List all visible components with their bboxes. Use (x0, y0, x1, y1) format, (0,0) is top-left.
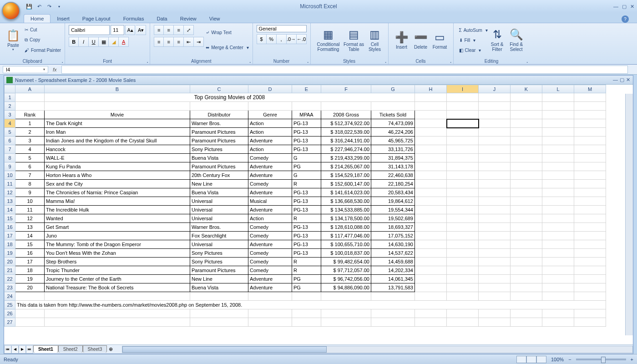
percent-button[interactable]: % (267, 34, 277, 44)
brush-icon: 🖌 (25, 48, 29, 53)
tab-insert[interactable]: Insert (51, 15, 76, 23)
minimize-icon[interactable]: — (613, 4, 618, 10)
wb-close-icon[interactable]: ✕ (626, 77, 630, 83)
office-button[interactable] (2, 2, 20, 20)
currency-button[interactable]: $ (257, 34, 267, 44)
formula-bar: I4 fx (0, 65, 637, 75)
autosum-button[interactable]: ΣAutoSum ▾ (459, 27, 488, 33)
wrap-text-button[interactable]: ⤶Wrap Text (206, 30, 248, 35)
save-icon[interactable]: 💾 (25, 2, 33, 10)
group-number: $ % , .0→ ←.0 Number (253, 23, 311, 64)
align-top-button[interactable]: ≡ (154, 25, 164, 35)
fill-button[interactable]: ⬇Fill ▾ (459, 37, 488, 43)
decrease-indent-button[interactable]: ⇤ (184, 37, 194, 47)
scissors-icon: ✂ (25, 27, 28, 32)
align-bottom-button[interactable]: ≡ (174, 25, 184, 35)
decrease-font-button[interactable]: A▾ (136, 25, 146, 35)
increase-indent-button[interactable]: ⇥ (194, 37, 204, 47)
sheet-nav-prev[interactable]: ◀ (11, 345, 19, 354)
tab-review[interactable]: Review (174, 15, 203, 23)
group-styles: ▦Conditional Formatting ▤Format as Table… (311, 23, 389, 64)
fx-icon[interactable]: fx (53, 67, 57, 72)
align-left-button[interactable]: ≡ (154, 37, 164, 47)
sheet-nav-last[interactable]: ⏭ (26, 345, 33, 354)
align-right-button[interactable]: ≡ (174, 37, 184, 47)
group-editing: ΣAutoSum ▾ ⬇Fill ▾ ◧Clear ▾ ⇅Sort & Filt… (454, 23, 530, 64)
insert-cells-button[interactable]: ➕Insert (392, 25, 411, 55)
sheet-nav-first[interactable]: ⏮ (4, 345, 11, 354)
eraser-icon: ◧ (459, 48, 463, 53)
format-cells-button[interactable]: ▭Format (430, 25, 450, 55)
insert-sheet-icon[interactable]: ⊕ (109, 346, 113, 352)
zoom-level[interactable]: 100% (551, 357, 564, 362)
bold-button[interactable]: B (69, 37, 79, 47)
grid-area[interactable]: ABCDEFGHIJKLM1Top Grossing Movies of 200… (4, 85, 633, 344)
undo-icon[interactable]: ↶ (35, 2, 43, 10)
paste-button[interactable]: 📋Paste▾ (4, 25, 23, 55)
zoom-slider[interactable] (576, 359, 626, 360)
wb-minimize-icon[interactable]: — (613, 77, 618, 83)
font-size-select[interactable] (111, 25, 124, 35)
underline-button[interactable]: U (89, 37, 99, 47)
copy-button[interactable]: ⧉Copy (25, 37, 61, 43)
cut-button[interactable]: ✂Cut (25, 27, 61, 33)
font-name-select[interactable] (69, 25, 110, 35)
tab-home[interactable]: Home (24, 14, 51, 23)
restore-icon[interactable]: ▢ (622, 4, 627, 10)
help-icon[interactable]: ? (622, 15, 629, 23)
horizontal-scrollbar[interactable] (122, 346, 633, 353)
merge-center-button[interactable]: ⬌Merge & Center ▾ (206, 45, 248, 51)
wrap-icon: ⤶ (206, 30, 209, 35)
view-normal-button[interactable] (516, 356, 526, 363)
tab-page-layout[interactable]: Page Layout (76, 15, 117, 23)
align-center-button[interactable]: ≡ (164, 37, 174, 47)
decrease-decimal-button[interactable]: ←.0 (297, 34, 307, 44)
comma-button[interactable]: , (277, 34, 287, 44)
tab-formulas[interactable]: Formulas (117, 15, 151, 23)
vertical-scrollbar[interactable] (625, 94, 633, 335)
zoom-in-button[interactable]: + (631, 357, 633, 362)
zoom-out-button[interactable]: − (568, 357, 571, 362)
group-font: A▴ A▾ B I U ▦ ◢ A Font (65, 23, 150, 64)
find-select-button[interactable]: 🔍Find & Select (507, 25, 526, 55)
format-painter-button[interactable]: 🖌Format Painter (25, 47, 61, 53)
format-as-table-button[interactable]: ▤Format as Table (343, 25, 365, 55)
cond-fmt-icon: ▦ (323, 28, 334, 41)
align-middle-button[interactable]: ≡ (164, 25, 174, 35)
redo-icon[interactable]: ↷ (45, 2, 53, 10)
delete-cells-button[interactable]: ➖Delete (411, 25, 430, 55)
ribbon: 📋Paste▾ ✂Cut ⧉Copy 🖌Format Painter Clipb… (0, 23, 637, 65)
conditional-formatting-button[interactable]: ▦Conditional Formatting (314, 25, 343, 55)
close-icon[interactable]: ✕ (630, 4, 634, 10)
wb-restore-icon[interactable]: ▢ (620, 77, 624, 83)
increase-decimal-button[interactable]: .0→ (287, 34, 297, 44)
number-format-select[interactable] (257, 25, 307, 32)
formula-input[interactable] (61, 66, 628, 74)
border-button[interactable]: ▦ (99, 37, 109, 47)
insert-icon: ➕ (395, 31, 409, 44)
sheet-nav-next[interactable]: ▶ (19, 345, 26, 354)
font-color-button[interactable]: A (119, 37, 129, 47)
tab-data[interactable]: Data (150, 15, 173, 23)
clear-button[interactable]: ◧Clear ▾ (459, 47, 488, 53)
cell-styles-button[interactable]: ▥Cell Styles (365, 25, 384, 55)
format-icon: ▭ (435, 31, 445, 44)
sheet-tab-bar: ⏮ ◀ ▶ ⏭ Sheet1 Sheet2 Sheet3 ⊕ (4, 344, 633, 354)
workbook-title-bar: Navneet - Spreadsheet Example 2 - 2008 M… (4, 76, 633, 85)
sort-filter-button[interactable]: ⇅Sort & Filter (488, 25, 507, 55)
view-page-break-button[interactable] (536, 356, 546, 363)
sheet-tab-3[interactable]: Sheet3 (83, 345, 107, 353)
sheet-tab-1[interactable]: Sheet1 (33, 345, 58, 353)
view-page-layout-button[interactable] (526, 356, 536, 363)
tab-view[interactable]: View (203, 15, 227, 23)
increase-font-button[interactable]: A▴ (125, 25, 135, 35)
copy-icon: ⧉ (25, 37, 28, 43)
sheet-tab-2[interactable]: Sheet2 (58, 345, 83, 353)
table-icon: ▤ (349, 28, 359, 41)
fill-color-button[interactable]: ◢ (109, 37, 119, 47)
sigma-icon: Σ (459, 28, 462, 33)
orientation-button[interactable]: ⤢ (184, 25, 194, 35)
qat-customize-icon[interactable]: ▾ (55, 2, 63, 10)
italic-button[interactable]: I (79, 37, 89, 47)
name-box[interactable]: I4 (3, 66, 48, 73)
